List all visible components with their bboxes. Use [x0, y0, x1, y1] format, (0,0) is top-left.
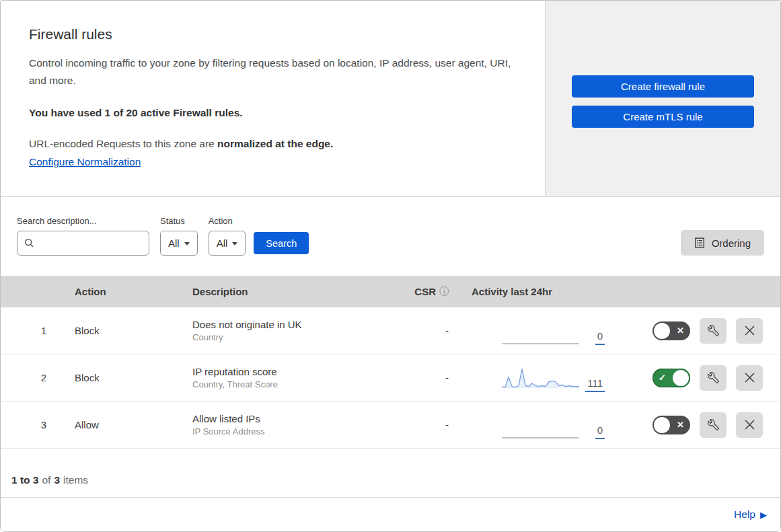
- action-dropdown-value: All: [217, 237, 228, 249]
- pagination-range: 1 to 3: [11, 474, 38, 486]
- close-icon: [745, 420, 755, 430]
- header-section: Firewall rules Control incoming traffic …: [1, 1, 780, 197]
- rule-csr: -: [394, 325, 458, 336]
- rule-priority: 3: [1, 419, 61, 430]
- create-firewall-rule-button[interactable]: Create firewall rule: [572, 75, 754, 98]
- filter-bar: Search description... Status All: [1, 197, 780, 276]
- normalization-text: URL-encoded Requests to this zone are: [29, 138, 217, 149]
- rule-fields: IP Source Address: [192, 426, 394, 436]
- rule-csr: -: [394, 419, 458, 430]
- help-arrow-icon[interactable]: ▶: [760, 510, 767, 520]
- table-row: 2 Block IP reputation score Country, Thr…: [1, 354, 780, 402]
- wrench-icon: [708, 419, 719, 430]
- column-csr: CSR ⓘ: [414, 286, 449, 298]
- header-text-panel: Firewall rules Control incoming traffic …: [1, 1, 546, 196]
- column-action: Action: [61, 286, 179, 297]
- chevron-down-icon: [232, 242, 237, 245]
- wrench-icon: [708, 325, 719, 336]
- check-icon: ✓: [659, 369, 666, 387]
- help-row: Help ▶: [1, 498, 780, 531]
- chevron-down-icon: [184, 242, 190, 245]
- actions-panel: Create firewall rule Create mTLS rule: [546, 1, 780, 196]
- edit-rule-button[interactable]: [700, 412, 727, 438]
- rule-action: Allow: [61, 419, 179, 430]
- toggle-knob: [654, 417, 670, 433]
- help-link[interactable]: Help: [734, 508, 755, 521]
- table-header: Action Description CSR ⓘ Activity last 2…: [1, 276, 780, 307]
- toggle-knob: [673, 370, 689, 386]
- rule-priority: 1: [1, 325, 61, 336]
- search-icon: [24, 238, 34, 248]
- status-dropdown-value: All: [168, 237, 180, 249]
- rule-action: Block: [61, 372, 179, 383]
- usage-summary: You have used 1 of 20 active Firewall ru…: [29, 107, 518, 119]
- status-dropdown[interactable]: All: [160, 231, 198, 256]
- page-title: Firewall rules: [29, 26, 518, 42]
- column-description: Description: [179, 286, 394, 297]
- ordering-button-label: Ordering: [712, 237, 751, 249]
- activity-count-link[interactable]: 111: [585, 377, 605, 392]
- rule-enabled-toggle[interactable]: ✓ ✕: [653, 321, 690, 340]
- rule-fields: Country: [192, 332, 394, 342]
- status-label: Status: [160, 216, 198, 226]
- x-icon: ✕: [677, 321, 684, 340]
- ordering-button[interactable]: Ordering: [681, 230, 764, 256]
- rule-enabled-toggle[interactable]: ✓ ✕: [653, 369, 690, 387]
- pagination-items: items: [63, 474, 88, 486]
- table-row: 1 Block Does not originate in UK Country…: [1, 307, 780, 354]
- activity-count-link[interactable]: 0: [595, 330, 605, 345]
- configure-normalization-link[interactable]: Configure Normalization: [29, 156, 141, 167]
- delete-rule-button[interactable]: [736, 365, 763, 391]
- activity-sparkline-chart: [502, 364, 579, 392]
- info-icon[interactable]: ⓘ: [439, 286, 449, 298]
- rule-csr: -: [394, 372, 458, 383]
- firewall-rules-card: Firewall rules Control incoming traffic …: [0, 0, 781, 532]
- pagination-total: 3: [54, 474, 60, 486]
- search-input[interactable]: [40, 238, 142, 249]
- page-description: Control incoming traffic to your zone by…: [29, 54, 518, 89]
- activity-sparkline-flat: [502, 343, 579, 344]
- table-row: 3 Allow Allow listed IPs IP Source Addre…: [1, 402, 780, 449]
- activity-sparkline-flat: [502, 437, 579, 439]
- create-mtls-rule-button[interactable]: Create mTLS rule: [572, 106, 754, 128]
- edit-rule-button[interactable]: [700, 365, 727, 391]
- pagination-of: of: [42, 474, 50, 486]
- column-activity: Activity last 24hr: [458, 286, 620, 297]
- toggle-knob: [654, 323, 670, 339]
- action-label: Action: [209, 216, 246, 226]
- rule-description: Does not originate in UK: [192, 319, 394, 330]
- close-icon: [745, 326, 755, 336]
- pagination-summary: 1 to 3 of 3 items: [1, 449, 780, 498]
- delete-rule-button[interactable]: [736, 412, 763, 438]
- rule-fields: Country, Threat Score: [192, 379, 394, 389]
- delete-rule-button[interactable]: [736, 318, 763, 344]
- ordering-list-icon: [694, 237, 705, 248]
- rule-action: Block: [61, 325, 179, 336]
- search-input-wrapper: [17, 231, 149, 256]
- search-label: Search description...: [17, 216, 149, 226]
- edit-rule-button[interactable]: [700, 318, 727, 344]
- rule-description: Allow listed IPs: [192, 413, 394, 424]
- normalization-note: URL-encoded Requests to this zone are no…: [29, 138, 518, 150]
- search-button[interactable]: Search: [254, 232, 309, 254]
- activity-count-link[interactable]: 0: [595, 424, 605, 439]
- close-icon: [745, 373, 755, 383]
- rule-priority: 2: [1, 372, 61, 383]
- action-dropdown[interactable]: All: [209, 231, 246, 256]
- x-icon: ✕: [677, 416, 684, 434]
- wrench-icon: [708, 372, 719, 383]
- normalization-bold: normalized at the edge.: [217, 138, 333, 149]
- rule-enabled-toggle[interactable]: ✓ ✕: [653, 416, 690, 434]
- rule-description: IP reputation score: [192, 366, 394, 377]
